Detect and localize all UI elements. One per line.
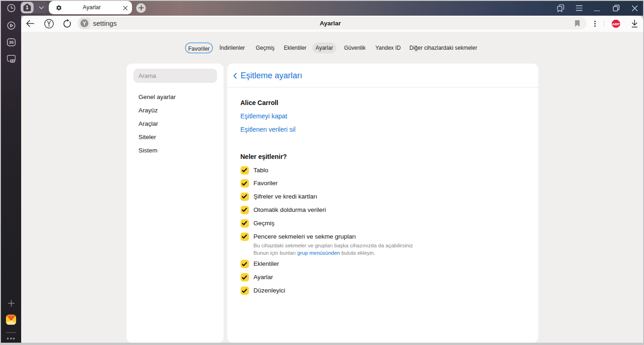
svg-text:1: 1 bbox=[26, 5, 29, 10]
svg-text:35: 35 bbox=[9, 40, 14, 45]
svg-text:ABP: ABP bbox=[612, 22, 620, 26]
